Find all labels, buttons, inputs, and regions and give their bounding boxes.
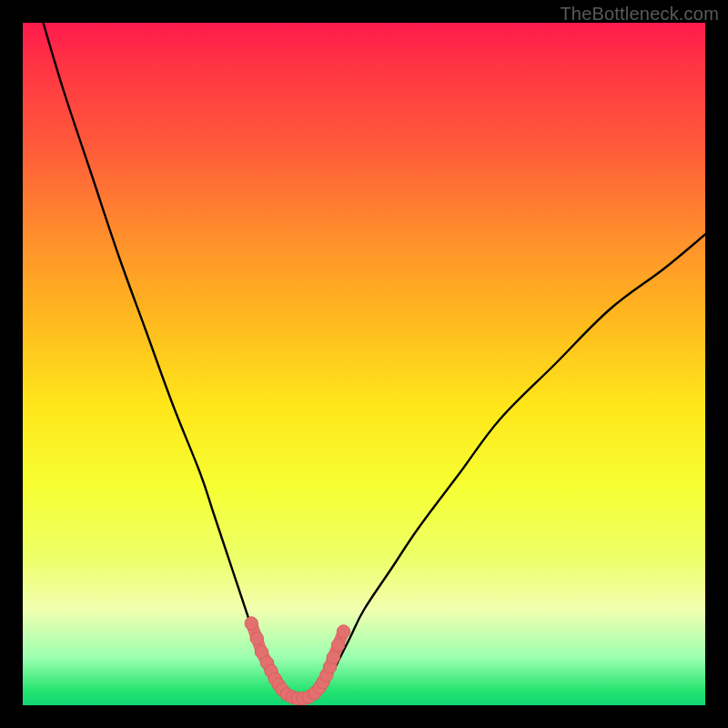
watermark-text: TheBottleneck.com [560,4,719,25]
valley-marker [327,651,339,663]
valley-marker [331,639,344,652]
valley-marker [250,632,263,644]
valley-marker [337,625,349,638]
chart-svg [23,23,705,705]
left-curve [44,23,283,692]
chart-frame: TheBottleneck.com [0,0,728,728]
right-curve [323,235,705,693]
valley-marker [245,617,258,630]
plot-area [23,23,705,705]
